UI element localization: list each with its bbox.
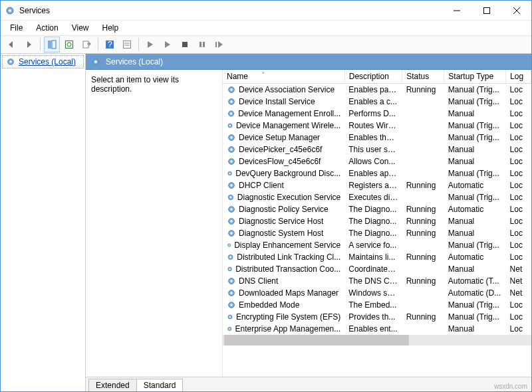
service-status: Running bbox=[402, 203, 444, 215]
maximize-button[interactable] bbox=[471, 1, 501, 20]
column-status[interactable]: Status bbox=[402, 70, 444, 84]
service-name: DNS Client bbox=[239, 276, 278, 286]
table-row[interactable]: Enterprise App Managemen...Enables ent..… bbox=[223, 323, 531, 335]
help-button[interactable]: ? bbox=[102, 37, 118, 52]
service-description: The DNS Cli... bbox=[344, 275, 402, 287]
service-description: Provides th... bbox=[344, 311, 402, 323]
service-log: Loc bbox=[506, 323, 531, 335]
tab-standard[interactable]: Standard bbox=[136, 379, 184, 391]
menu-file[interactable]: File bbox=[5, 22, 28, 34]
service-status bbox=[402, 263, 444, 275]
menu-help[interactable]: Help bbox=[97, 22, 124, 34]
properties-button[interactable] bbox=[119, 37, 135, 52]
service-description: Enables app... bbox=[344, 167, 402, 179]
toolbar: ? bbox=[1, 35, 531, 54]
services-grid[interactable]: Name Description Status Startup Type Log… bbox=[222, 70, 531, 377]
service-status bbox=[402, 167, 444, 179]
service-description: Maintains li... bbox=[344, 251, 402, 263]
start-service-button[interactable] bbox=[142, 37, 158, 52]
table-row[interactable]: Embedded ModeThe Embed...Manual (Trig...… bbox=[223, 299, 531, 311]
table-row[interactable]: Device Management Enroll...Performs D...… bbox=[223, 108, 531, 120]
watermark: wsxdn.com bbox=[494, 383, 527, 390]
restart-service-button[interactable] bbox=[211, 37, 227, 52]
service-icon bbox=[227, 121, 233, 130]
service-description: Routes Wire... bbox=[344, 120, 402, 132]
horizontal-scrollbar[interactable] bbox=[223, 335, 531, 345]
table-row[interactable]: Diagnostic System HostThe Diagno...Runni… bbox=[223, 227, 531, 239]
table-row[interactable]: DevicesFlow_c45e6c6fAllows Con...ManualL… bbox=[223, 155, 531, 167]
view-tabs: Extended Standard bbox=[86, 377, 531, 391]
service-description: Registers an... bbox=[344, 179, 402, 191]
svg-rect-13 bbox=[124, 41, 131, 49]
back-button[interactable] bbox=[3, 37, 19, 52]
service-log: Loc bbox=[506, 299, 531, 311]
table-row[interactable]: Downloaded Maps ManagerWindows se...Auto… bbox=[223, 287, 531, 299]
table-row[interactable]: Diagnostic Service HostThe Diagno...Runn… bbox=[223, 215, 531, 227]
table-row[interactable]: DevicePicker_c45e6c6fThis user se...Manu… bbox=[223, 144, 531, 155]
table-row[interactable]: Device Management Wirele...Routes Wire..… bbox=[223, 120, 531, 132]
service-name: Diagnostic Policy Service bbox=[239, 205, 329, 214]
service-icon bbox=[227, 312, 233, 322]
minimize-button[interactable] bbox=[442, 1, 471, 20]
column-log[interactable]: Log bbox=[506, 70, 531, 84]
service-icon bbox=[227, 252, 234, 262]
forward-button[interactable] bbox=[21, 37, 37, 52]
refresh-button[interactable] bbox=[61, 37, 77, 52]
services-icon bbox=[91, 57, 100, 66]
service-name: Downloaded Maps Manager bbox=[239, 288, 338, 298]
service-name: Diagnostic Service Host bbox=[239, 217, 323, 226]
start2-button[interactable] bbox=[160, 37, 176, 52]
service-log: Loc bbox=[506, 155, 531, 167]
service-status bbox=[402, 323, 444, 335]
service-startup: Automatic (T... bbox=[444, 275, 506, 287]
tree-item-services-local[interactable]: Services (Local) bbox=[2, 55, 84, 68]
service-status: Running bbox=[402, 179, 444, 191]
service-description: Enables a c... bbox=[344, 96, 402, 108]
service-log: Loc bbox=[506, 167, 531, 179]
tab-extended[interactable]: Extended bbox=[88, 379, 137, 391]
service-log: Net bbox=[506, 263, 531, 275]
column-name[interactable]: Name bbox=[223, 70, 344, 84]
service-name: Device Association Service bbox=[239, 85, 334, 94]
service-name: Embedded Mode bbox=[239, 300, 299, 310]
table-row[interactable]: Diagnostic Policy ServiceThe Diagno...Ru… bbox=[223, 203, 531, 215]
stop-service-button[interactable] bbox=[177, 37, 193, 52]
table-row[interactable]: Distributed Link Tracking Cl...Maintains… bbox=[223, 251, 531, 263]
service-startup: Manual (Trig... bbox=[444, 120, 506, 132]
service-name: Diagnostic Execution Service bbox=[237, 193, 340, 202]
table-row[interactable]: DevQuery Background Disc...Enables app..… bbox=[223, 167, 531, 179]
svg-rect-17 bbox=[200, 42, 201, 47]
table-row[interactable]: DHCP ClientRegisters an...RunningAutomat… bbox=[223, 179, 531, 191]
menu-view[interactable]: View bbox=[66, 22, 94, 34]
column-startup-type[interactable]: Startup Type bbox=[444, 70, 506, 84]
titlebar: Services bbox=[1, 1, 531, 21]
table-row[interactable]: Device Association ServiceEnables pair..… bbox=[223, 84, 531, 96]
service-icon bbox=[227, 109, 235, 118]
table-row[interactable]: Encrypting File System (EFS)Provides th.… bbox=[223, 311, 531, 323]
menu-action[interactable]: Action bbox=[31, 22, 63, 34]
service-description: Executes dia... bbox=[344, 191, 402, 203]
table-row[interactable]: DNS ClientThe DNS Cli...RunningAutomatic… bbox=[223, 275, 531, 287]
pause-service-button[interactable] bbox=[194, 37, 210, 52]
description-text: Select an item to view its description. bbox=[91, 75, 179, 94]
table-row[interactable]: Device Install ServiceEnables a c...Manu… bbox=[223, 96, 531, 108]
service-startup: Manual bbox=[444, 323, 506, 335]
column-description[interactable]: Description bbox=[344, 70, 402, 84]
table-row[interactable]: Distributed Transaction Coo...Coordinate… bbox=[223, 263, 531, 275]
service-description: The Embed... bbox=[344, 299, 402, 311]
table-row[interactable]: Device Setup ManagerEnables the ...Manua… bbox=[223, 132, 531, 144]
table-row[interactable]: Display Enhancement ServiceA service fo.… bbox=[223, 239, 531, 251]
service-startup: Manual bbox=[444, 155, 506, 167]
main-header-title: Services (Local) bbox=[106, 57, 163, 66]
svg-rect-19 bbox=[215, 42, 217, 47]
close-button[interactable] bbox=[501, 1, 531, 20]
service-status: Running bbox=[402, 275, 444, 287]
service-status: Running bbox=[402, 251, 444, 263]
table-row[interactable]: Diagnostic Execution ServiceExecutes dia… bbox=[223, 191, 531, 203]
show-hide-tree-button[interactable] bbox=[44, 37, 60, 52]
export-list-button[interactable] bbox=[78, 37, 94, 52]
window-title: Services bbox=[19, 6, 442, 15]
service-status bbox=[402, 96, 444, 108]
description-pane: Select an item to view its description. bbox=[86, 70, 222, 377]
service-status bbox=[402, 132, 444, 144]
